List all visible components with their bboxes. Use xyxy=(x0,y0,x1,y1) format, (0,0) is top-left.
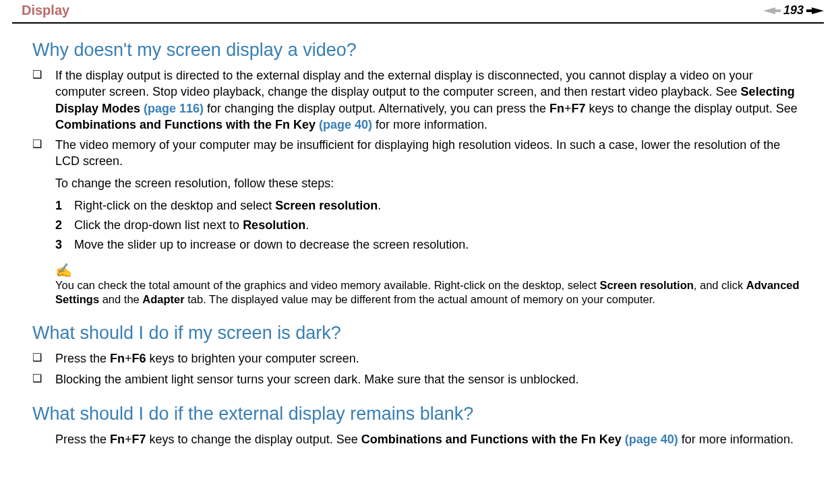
text-bold: Combinations and Functions with the Fn K… xyxy=(55,118,316,131)
breadcrumb: Display xyxy=(22,3,69,18)
step-text: Right-click on the desktop and select Sc… xyxy=(74,197,381,214)
bullet-text: Blocking the ambient light sensor turns … xyxy=(55,371,804,387)
key-f7: F7 xyxy=(572,102,586,115)
list-item: ❑ Blocking the ambient light sensor turn… xyxy=(32,371,804,387)
text: Press the xyxy=(55,433,110,446)
page-link[interactable]: (page 40) xyxy=(622,433,678,446)
key-f6: F6 xyxy=(132,352,146,365)
bullet-icon: ❑ xyxy=(32,350,55,365)
header-nav: 193 xyxy=(763,3,824,18)
bullet-icon: ❑ xyxy=(32,371,55,386)
list-item: ❑ If the display output is directed to t… xyxy=(32,67,804,133)
content: Why doesn't my screen display a video? ❑… xyxy=(0,40,836,447)
list-item: 3 Move the slider up to increase or down… xyxy=(55,237,804,253)
bullet-list: ❑ If the display output is directed to t… xyxy=(32,67,804,307)
text: + xyxy=(125,433,132,446)
key-f7: F7 xyxy=(132,433,146,446)
text-bold: Adapter xyxy=(142,293,184,305)
text: keys to brighten your computer screen. xyxy=(146,352,359,365)
bullet-text: If the display output is directed to the… xyxy=(55,67,804,133)
bullet-icon: ❑ xyxy=(32,137,55,152)
text: tab. The displayed value may be differen… xyxy=(185,293,655,305)
numbered-list: 1 Right-click on the desktop and select … xyxy=(55,197,804,254)
text-bold: Resolution xyxy=(243,218,305,232)
svg-marker-0 xyxy=(763,7,781,14)
text: + xyxy=(125,352,132,365)
step-text: Click the drop-down list next to Resolut… xyxy=(74,217,309,234)
section-heading-external: What should I do if the external display… xyxy=(32,404,804,424)
next-page-icon[interactable] xyxy=(806,6,824,15)
text: , and click xyxy=(694,279,746,291)
text: You can check the total amount of the gr… xyxy=(55,279,599,291)
paragraph: Press the Fn+F7 keys to change the displ… xyxy=(55,431,804,447)
note: ✍ You can check the total amount of the … xyxy=(55,263,804,307)
text: and the xyxy=(99,293,142,305)
text: . xyxy=(305,218,309,232)
bullet-text: Press the Fn+F6 keys to brighten your co… xyxy=(55,350,804,367)
text: If the display output is directed to the… xyxy=(55,69,753,98)
sub-text: To change the screen resolution, follow … xyxy=(55,175,804,192)
text: Press the xyxy=(55,352,110,365)
section-heading-video: Why doesn't my screen display a video? xyxy=(32,40,804,61)
text: keys to change the display output. See xyxy=(146,433,361,446)
text: . xyxy=(378,199,381,212)
divider xyxy=(12,22,824,24)
key-fn: Fn xyxy=(110,433,125,446)
bullet-list: ❑ Press the Fn+F6 keys to brighten your … xyxy=(32,350,804,387)
text: + xyxy=(564,102,572,115)
text: Right-click on the desktop and select xyxy=(74,199,275,212)
number-marker: 2 xyxy=(55,217,74,234)
text-bold: Screen resolution xyxy=(599,279,693,291)
page-number: 193 xyxy=(783,3,804,18)
header: Display 193 xyxy=(0,0,836,22)
text-bold: Combinations and Functions with the Fn K… xyxy=(361,433,622,446)
page-link[interactable]: (page 40) xyxy=(316,118,372,131)
text: Click the drop-down list next to xyxy=(74,218,243,232)
bullet-icon: ❑ xyxy=(32,67,55,82)
number-marker: 3 xyxy=(55,237,74,253)
text: keys to change the display output. See xyxy=(586,102,798,115)
list-item: 1 Right-click on the desktop and select … xyxy=(55,197,804,214)
list-item: 2 Click the drop-down list next to Resol… xyxy=(55,217,804,234)
list-item: ❑ The video memory of your computer may … xyxy=(32,137,804,170)
number-marker: 1 xyxy=(55,197,74,214)
text-bold: Screen resolution xyxy=(275,199,378,212)
text: for more information. xyxy=(678,433,794,446)
svg-marker-1 xyxy=(806,7,824,14)
text: for changing the display output. Alterna… xyxy=(204,102,549,115)
section-heading-dark: What should I do if my screen is dark? xyxy=(32,323,804,344)
key-fn: Fn xyxy=(110,352,125,365)
list-item: ❑ Press the Fn+F6 keys to brighten your … xyxy=(32,350,804,367)
page-link[interactable]: (page 116) xyxy=(140,102,204,115)
note-text: You can check the total amount of the gr… xyxy=(55,278,804,307)
text: for more information. xyxy=(372,118,487,131)
key-fn: Fn xyxy=(549,102,564,115)
page: Display 193 Why doesn't my screen displa… xyxy=(0,0,836,461)
note-icon: ✍ xyxy=(55,263,804,277)
prev-page-icon[interactable] xyxy=(763,6,781,15)
step-text: Move the slider up to increase or down t… xyxy=(74,237,469,253)
bullet-text: The video memory of your computer may be… xyxy=(55,137,804,170)
